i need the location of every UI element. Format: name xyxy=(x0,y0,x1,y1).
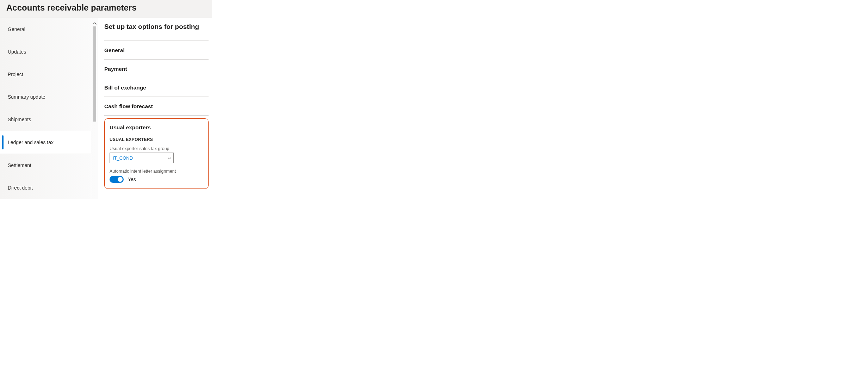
chevron-up-icon[interactable] xyxy=(93,21,97,26)
sidebar-item-label: Direct debit xyxy=(8,185,33,191)
field-label-tax-group: Usual exporter sales tax group xyxy=(110,146,203,151)
tax-group-dropdown[interactable]: IT_COND xyxy=(110,153,174,163)
sidebar-item-label: Project xyxy=(8,72,23,77)
sidebar-item-shipments[interactable]: Shipments xyxy=(0,108,91,131)
sidebar-item-label: General xyxy=(8,26,25,32)
sidebar-item-direct-debit[interactable]: Direct debit xyxy=(0,177,91,199)
page-title: Accounts receivable parameters xyxy=(6,3,206,13)
scrollbar-track[interactable] xyxy=(93,26,96,122)
field-label-auto-intent: Automatic intent letter assignment xyxy=(110,169,203,174)
section-usual-exporters-header[interactable]: Usual exporters xyxy=(110,123,203,137)
section-label: General xyxy=(104,47,125,53)
sidebar-item-ledger-sales-tax[interactable]: Ledger and sales tax xyxy=(0,131,91,154)
section-label: Usual exporters xyxy=(110,124,151,130)
main-content: Set up tax options for posting General P… xyxy=(98,18,212,199)
group-label: USUAL EXPORTERS xyxy=(110,137,203,142)
sidebar-item-general[interactable]: General xyxy=(0,18,91,41)
sidebar-item-label: Settlement xyxy=(8,162,31,168)
sidebar-item-label: Summary update xyxy=(8,94,45,100)
section-payment[interactable]: Payment xyxy=(104,59,209,78)
sidebar-item-label: Ledger and sales tax xyxy=(8,140,54,145)
section-label: Cash flow forecast xyxy=(104,103,153,109)
sidebar-item-updates[interactable]: Updates xyxy=(0,41,91,63)
sidebar: General Updates Project Summary update S… xyxy=(0,18,98,199)
content-title: Set up tax options for posting xyxy=(104,23,209,31)
header-bar: Accounts receivable parameters xyxy=(0,0,212,18)
section-bill-of-exchange[interactable]: Bill of exchange xyxy=(104,78,209,97)
toggle-value-label: Yes xyxy=(128,177,136,182)
scrollbar[interactable] xyxy=(91,18,98,199)
sidebar-item-label: Updates xyxy=(8,49,26,55)
dropdown-value: IT_COND xyxy=(113,155,133,161)
sidebar-item-settlement[interactable]: Settlement xyxy=(0,154,91,177)
sidebar-item-label: Shipments xyxy=(8,117,31,122)
chevron-down-icon xyxy=(168,155,171,160)
sidebar-item-summary-update[interactable]: Summary update xyxy=(0,86,91,108)
section-label: Bill of exchange xyxy=(104,85,146,91)
section-cash-flow-forecast[interactable]: Cash flow forecast xyxy=(104,97,209,116)
section-usual-exporters: Usual exporters USUAL EXPORTERS Usual ex… xyxy=(104,118,209,189)
auto-intent-toggle[interactable] xyxy=(110,176,124,183)
sidebar-item-project[interactable]: Project xyxy=(0,63,91,86)
section-label: Payment xyxy=(104,66,127,72)
section-general[interactable]: General xyxy=(104,41,209,59)
